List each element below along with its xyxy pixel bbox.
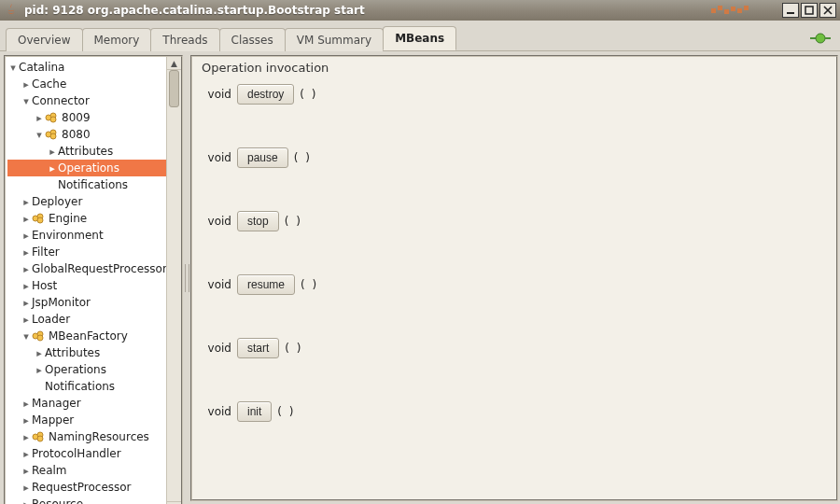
tree-node[interactable]: ▸JspMonitor	[7, 294, 166, 311]
svg-rect-5	[744, 6, 749, 10]
tree-node[interactable]: ▸Operations	[7, 160, 166, 176]
tree-node[interactable]: ▾Catalina	[7, 59, 166, 76]
tree-node[interactable]: ▸ProtocolHandler	[7, 445, 166, 462]
operation-return-type: void	[200, 278, 231, 291]
tab-label: Memory	[94, 34, 140, 47]
window-titlebar: pid: 9128 org.apache.catalina.startup.Bo…	[0, 0, 840, 21]
tree-node[interactable]: ▸Deployer	[7, 193, 166, 210]
invoke-start-button[interactable]: start	[237, 338, 279, 358]
tab-label: MBeans	[395, 32, 444, 45]
tree-node-label: Attributes	[43, 346, 100, 359]
operation-return-type: void	[200, 151, 231, 164]
mbean-icon	[32, 329, 45, 343]
panel-title: Operation invocation	[200, 61, 829, 80]
tree-node[interactable]: ▸GlobalRequestProcessor	[7, 260, 166, 277]
operation-row: voidstart( )	[200, 334, 829, 362]
tree-node-label: Notifications	[43, 380, 115, 393]
tree-node[interactable]: ▸NamingResources	[7, 428, 166, 445]
operation-panel: Operation invocation voiddestroy( )voidp…	[190, 55, 838, 501]
tree-collapse-icon[interactable]: ▾	[34, 129, 45, 141]
mbean-tree[interactable]: ▾Catalina▸Cache▾Connector▸8009▾8080▸Attr…	[6, 57, 166, 504]
tree-node[interactable]: ▾Connector	[7, 92, 166, 109]
window-maximize-button[interactable]	[801, 3, 818, 18]
window-close-button[interactable]	[819, 3, 836, 18]
tab-label: Threads	[162, 34, 207, 47]
tree-node[interactable]: ▾8080	[7, 126, 166, 143]
tree-node[interactable]: Notifications	[7, 378, 166, 395]
tree-expand-icon[interactable]: ▸	[21, 431, 32, 443]
svg-point-13	[50, 117, 56, 122]
operation-params: ( )	[294, 151, 312, 164]
tree-node[interactable]: ▸Resource	[7, 496, 166, 504]
invoke-destroy-button[interactable]: destroy	[237, 84, 294, 105]
tab-vm-summary[interactable]: VM Summary	[285, 28, 384, 51]
split-divider[interactable]	[183, 55, 190, 501]
tree-node-label: Engine	[47, 212, 87, 225]
invoke-stop-button[interactable]: stop	[237, 211, 279, 231]
svg-point-25	[37, 436, 43, 441]
svg-point-16	[50, 133, 56, 139]
tree-node-label: Operations	[56, 161, 119, 175]
work-area: ▾Catalina▸Cache▾Connector▸8009▾8080▸Attr…	[0, 51, 840, 503]
mbean-icon	[32, 430, 45, 443]
tree-expand-icon[interactable]: ▸	[34, 112, 45, 124]
tree-node[interactable]: ▸Attributes	[7, 344, 166, 361]
tree-node-label: Notifications	[56, 178, 128, 191]
window-title: pid: 9128 org.apache.catalina.startup.Bo…	[24, 4, 706, 17]
tree-node[interactable]: ▸Host	[7, 277, 166, 294]
tree-node[interactable]: Notifications	[7, 176, 166, 193]
tree-node[interactable]: ▾MBeanFactory	[7, 328, 166, 344]
operation-row: voidinit( )	[200, 398, 829, 426]
tab-strip: OverviewMemoryThreadsClassesVM SummaryMB…	[0, 21, 840, 51]
tree-node[interactable]: ▸Engine	[7, 210, 166, 227]
tab-classes[interactable]: Classes	[219, 28, 286, 51]
invoke-pause-button[interactable]: pause	[237, 147, 288, 168]
java-app-icon	[4, 3, 19, 18]
operation-return-type: void	[200, 88, 231, 101]
tab-threads[interactable]: Threads	[150, 28, 219, 51]
tree-node-label: NamingResources	[47, 430, 149, 443]
tree-node[interactable]: ▸Realm	[7, 462, 166, 479]
operation-params: ( )	[300, 88, 317, 101]
tree-node-label: Connector	[30, 94, 90, 107]
tree-node[interactable]: ▸Cache	[7, 76, 166, 92]
operation-params: ( )	[277, 405, 295, 418]
tree-node[interactable]: ▸Attributes	[7, 143, 166, 160]
tree-node-label: Resource	[30, 497, 83, 504]
tree-vertical-scrollbar[interactable]: ▲ ▼	[166, 57, 181, 504]
tab-mbeans[interactable]: MBeans	[383, 26, 456, 50]
invoke-resume-button[interactable]: resume	[237, 274, 295, 295]
operation-return-type: void	[200, 342, 231, 355]
tree-node-label: Realm	[30, 464, 67, 477]
tree-node[interactable]: ▸Manager	[7, 395, 166, 412]
operation-params: ( )	[285, 342, 302, 355]
svg-point-22	[37, 335, 43, 341]
tree-node[interactable]: ▸Filter	[7, 244, 166, 260]
tree-node[interactable]: ▸Operations	[7, 361, 166, 378]
operation-row: voiddestroy( )	[200, 80, 829, 108]
tree-node[interactable]: ▸Environment	[7, 227, 166, 244]
window-minimize-button[interactable]	[782, 3, 799, 18]
tab-overview[interactable]: Overview	[6, 28, 83, 51]
tab-label: Classes	[231, 34, 273, 47]
tree-node[interactable]: ▸RequestProcessor	[7, 479, 166, 496]
tree-expand-icon[interactable]: ▸	[21, 213, 32, 225]
svg-point-19	[37, 217, 43, 223]
tree-node[interactable]: ▸Loader	[7, 311, 166, 328]
svg-rect-4	[737, 8, 742, 13]
operation-params: ( )	[285, 215, 302, 228]
tree-node-label: Environment	[30, 229, 104, 242]
svg-rect-0	[711, 8, 716, 13]
scroll-up-arrow-icon[interactable]: ▲	[167, 57, 181, 70]
tab-memory[interactable]: Memory	[82, 28, 152, 51]
tree-collapse-icon[interactable]: ▾	[21, 330, 32, 343]
tree-node[interactable]: ▸8009	[7, 109, 166, 126]
mbean-icon	[32, 212, 45, 225]
scroll-thumb[interactable]	[169, 70, 179, 107]
tree-node-label: ProtocolHandler	[30, 447, 121, 460]
operation-row: voidpause( )	[200, 144, 829, 172]
invoke-init-button[interactable]: init	[237, 401, 272, 422]
tree-node[interactable]: ▸Mapper	[7, 412, 166, 428]
operation-return-type: void	[200, 405, 231, 418]
tree-node-label: Host	[30, 279, 57, 292]
